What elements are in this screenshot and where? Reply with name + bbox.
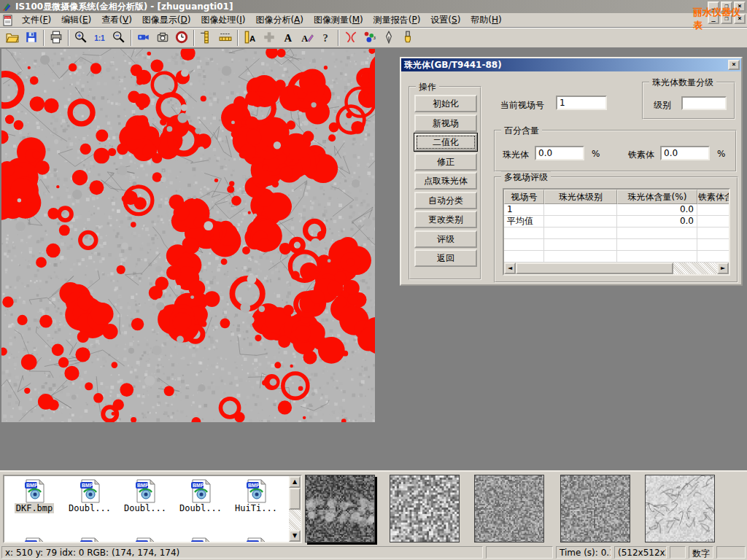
timer-button[interactable] [172, 29, 191, 47]
mdi-close-button[interactable]: × [734, 14, 746, 24]
table-row-4[interactable] [504, 251, 729, 262]
menu-item-0[interactable]: 文件(F) [17, 12, 56, 28]
menu-item-5[interactable]: 图像分析(A) [250, 12, 309, 28]
table-cell: 平均值 [504, 216, 544, 228]
dialog-titlebar[interactable]: 珠光体(GB/T9441-88) × [401, 58, 741, 71]
menu-item-8[interactable]: 设置(S) [425, 12, 465, 28]
scrollbar-thumb[interactable] [289, 488, 301, 510]
dialog-close-button[interactable]: × [728, 60, 740, 70]
file-item-Doubl[interactable]: BMPDoubl... [118, 479, 172, 513]
menu-item-4[interactable]: 图像处理(I) [196, 12, 250, 28]
file-list-scrollbar[interactable]: ▲ ▼ [289, 476, 301, 542]
ferrite-percent-input[interactable] [660, 146, 710, 160]
scroll-up-button[interactable]: ▲ [289, 476, 301, 488]
table-cell [617, 228, 697, 239]
curve-tool-button[interactable] [341, 29, 360, 47]
open-file-button[interactable] [3, 29, 22, 47]
scroll-down-button[interactable]: ▼ [289, 530, 301, 542]
help-button[interactable]: ? [317, 29, 336, 47]
file-item-HuiTi[interactable]: BMPHuiTi... [229, 479, 283, 513]
image-thumbnail-5[interactable] [645, 475, 715, 542]
table-row-1[interactable]: 平均值0.0 [504, 216, 729, 228]
text-label-button[interactable]: A [279, 29, 298, 47]
annotate-button[interactable]: A [298, 29, 317, 47]
file-name[interactable]: Doubl... [178, 503, 223, 513]
image-thumbnail-4[interactable] [560, 475, 630, 542]
level-input[interactable] [681, 96, 727, 110]
mdi-restore-button[interactable]: ❐ [721, 14, 732, 24]
current-field-input[interactable] [556, 96, 607, 110]
document-icon[interactable]: DOC [2, 15, 14, 26]
close-button[interactable]: × [734, 1, 746, 12]
scroll-left-button[interactable]: ◄ [504, 262, 516, 274]
file-name[interactable]: DKF.bmp [15, 503, 55, 513]
file-item-row2-1[interactable]: BMP [63, 537, 117, 543]
metallographic-image-canvas[interactable] [1, 49, 375, 422]
op-button-5[interactable]: 自动分类 [414, 192, 477, 209]
table-header-3[interactable]: 铁素体含量(%) [697, 190, 730, 204]
svg-text:A: A [301, 33, 308, 43]
ruler-button[interactable] [216, 29, 235, 47]
window-controls: _ ❐ × [708, 1, 746, 12]
menu-item-2[interactable]: 查看(V) [96, 12, 137, 28]
menu-item-7[interactable]: 测量报告(P) [368, 12, 426, 28]
op-button-0[interactable]: 初始化 [414, 95, 477, 112]
menu-item-6[interactable]: 图像测量(M) [309, 12, 368, 28]
image-thumbnail-3[interactable] [474, 475, 544, 542]
op-button-7[interactable]: 评级 [414, 230, 477, 248]
op-button-2[interactable]: 二值化 [414, 133, 477, 151]
image-thumbnail-1[interactable] [305, 475, 375, 542]
op-button-8[interactable]: 返回 [414, 249, 477, 267]
zoom-out-button[interactable] [109, 29, 128, 47]
menu-item-3[interactable]: 图像显示(D) [137, 12, 196, 28]
op-button-1[interactable]: 新视场 [414, 114, 477, 132]
table-cell [504, 251, 544, 262]
classify-button[interactable]: 3 [360, 29, 379, 47]
image-thumbnail-2[interactable] [390, 475, 460, 542]
menu-item-1[interactable]: 编辑(E) [56, 12, 96, 28]
file-item-row2-2[interactable]: BMP [118, 537, 172, 543]
save-button[interactable] [22, 29, 41, 47]
file-item-row2-3[interactable]: BMP [174, 537, 228, 543]
table-header-0[interactable]: 视场号 [504, 190, 544, 204]
op-button-6[interactable]: 更改类别 [414, 211, 477, 228]
file-item-DKFbmp[interactable]: BMPDKF.bmp [7, 479, 61, 513]
file-item-row2-4[interactable]: BMP [229, 537, 283, 543]
file-item-Doubl[interactable]: BMPDoubl... [63, 479, 117, 513]
print-button[interactable] [47, 29, 66, 47]
scroll-right-button[interactable]: ► [717, 262, 729, 274]
hscrollbar-thumb[interactable] [516, 262, 673, 274]
svg-text:BMP: BMP [82, 541, 93, 543]
op-button-4[interactable]: 点取珠光体 [414, 172, 477, 190]
op-button-3[interactable]: 修正 [414, 153, 477, 171]
file-listbox[interactable]: ▲ ▼ BMPDKF.bmpBMPDoubl...BMPDoubl...BMPD… [3, 475, 302, 543]
measure-text-button[interactable]: A [241, 29, 260, 47]
file-name[interactable]: Doubl... [123, 503, 168, 513]
caliper-button[interactable] [197, 29, 216, 47]
minimize-button[interactable]: _ [708, 1, 719, 12]
grid-button[interactable] [260, 29, 279, 47]
rating-table[interactable]: 视场号珠光体级别珠光体含量(%)铁素体含量(%)10.0平均值0.0◄► [503, 188, 730, 276]
pearlite-percent-input[interactable] [535, 146, 584, 160]
table-row-0[interactable]: 10.0 [504, 204, 729, 216]
actual-size-button[interactable]: 1:1 [90, 29, 109, 47]
table-row-3[interactable] [504, 239, 729, 251]
file-name[interactable]: Doubl... [67, 503, 112, 513]
file-name[interactable]: HuiTi... [233, 503, 279, 513]
file-item-row2-0[interactable]: BMP [7, 537, 61, 543]
restore-button[interactable]: ❐ [721, 1, 732, 12]
hand-pen-button[interactable] [379, 29, 398, 47]
zoom-in-button[interactable] [71, 29, 90, 47]
mdi-minimize-button[interactable]: _ [708, 14, 719, 24]
table-header-2[interactable]: 珠光体含量(%) [617, 190, 697, 204]
snapshot-button[interactable] [153, 29, 172, 47]
video-capture-button[interactable] [134, 29, 153, 47]
file-item-Doubl[interactable]: BMPDoubl... [174, 479, 228, 513]
menu-item-9[interactable]: 帮助(H) [465, 12, 506, 28]
brush-button[interactable] [398, 29, 417, 47]
bmp-file-icon: BMP [244, 537, 268, 543]
bmp-file-icon: BMP [189, 537, 213, 543]
table-header-1[interactable]: 珠光体级别 [544, 190, 617, 204]
table-hscrollbar[interactable]: ◄► [504, 262, 729, 274]
table-row-2[interactable] [504, 228, 729, 239]
